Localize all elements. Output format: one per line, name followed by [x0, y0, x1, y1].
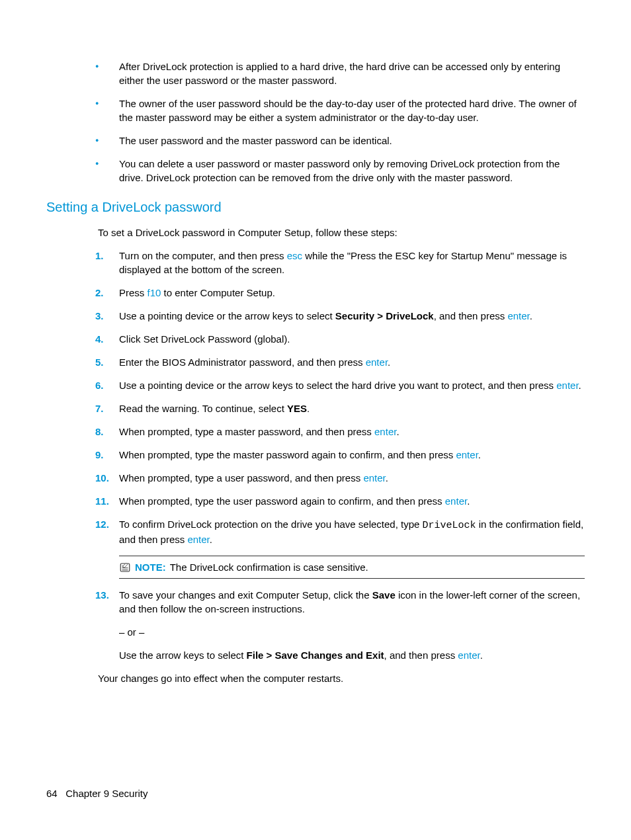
step-text: To save your changes and exit Computer S…: [119, 589, 372, 601]
step-item: When prompted, type a user password, and…: [95, 471, 585, 485]
step-item: When prompted, type the master password …: [95, 448, 585, 462]
step-text: Press: [119, 287, 147, 298]
step-text: .: [386, 472, 388, 483]
step-text: When prompted, type the user password ag…: [119, 495, 445, 507]
step-item: When prompted, type the user password ag…: [95, 494, 585, 508]
step-item: Use a pointing device or the arrow keys …: [95, 378, 585, 392]
mono-text: DriveLock: [423, 520, 476, 531]
step-text: Enter the BIOS Administrator password, a…: [119, 357, 366, 368]
key-enter: enter: [556, 380, 578, 391]
step-text: .: [579, 380, 581, 391]
step-item: Press f10 to enter Computer Setup.: [95, 286, 585, 300]
step-text: .: [210, 534, 212, 545]
page-number: 64: [46, 788, 58, 799]
step-text: , and then press: [384, 650, 458, 661]
key-enter: enter: [445, 495, 467, 507]
note-label: NOTE:: [135, 560, 166, 574]
step-item: To confirm DriveLock protection on the d…: [95, 517, 585, 579]
key-enter: enter: [187, 534, 209, 545]
bold-text: YES: [287, 403, 307, 414]
key-enter: enter: [366, 357, 388, 368]
key-esc: esc: [287, 250, 302, 261]
key-enter: enter: [456, 449, 478, 460]
step-text: Use the arrow keys to select: [119, 650, 247, 661]
key-f10: f10: [147, 287, 161, 298]
step-item: Enter the BIOS Administrator password, a…: [95, 355, 585, 369]
step-text: When prompted, type the master password …: [119, 449, 456, 460]
note-box: NOTE: The DriveLock confirmation is case…: [119, 556, 585, 579]
bullet-item: The user password and the master passwor…: [95, 134, 585, 147]
bold-text: File > Save Changes and Exit: [247, 650, 384, 661]
chapter-label: Chapter 9 Security: [65, 788, 147, 799]
section-heading: Setting a DriveLock password: [46, 198, 585, 216]
steps-list: Turn on the computer, and then press esc…: [46, 249, 585, 662]
step-text: When prompted, type a master password, a…: [119, 426, 374, 437]
step-item: Turn on the computer, and then press esc…: [95, 249, 585, 276]
step-item: To save your changes and exit Computer S…: [95, 588, 585, 662]
intro-paragraph: To set a DriveLock password in Computer …: [98, 226, 585, 239]
step-text: , and then press: [434, 310, 508, 321]
step-text: .: [467, 495, 470, 507]
step-text: Read the warning. To continue, select: [119, 403, 287, 414]
step-text: to enter Computer Setup.: [161, 287, 275, 298]
bullet-item: You can delete a user password or master…: [95, 157, 585, 185]
step-item: When prompted, type a master password, a…: [95, 425, 585, 439]
key-enter: enter: [374, 426, 396, 437]
step-text: .: [396, 426, 399, 437]
step-text: Use a pointing device or the arrow keys …: [119, 310, 335, 321]
key-enter: enter: [458, 650, 480, 661]
page-footer: 64 Chapter 9 Security: [46, 786, 147, 800]
bullet-item: After DriveLock protection is applied to…: [95, 60, 585, 87]
closing-paragraph: Your changes go into effect when the com…: [98, 671, 585, 685]
or-separator: – or –: [119, 625, 585, 639]
step-text: .: [478, 449, 481, 460]
key-enter: enter: [363, 472, 385, 483]
step-text: Turn on the computer, and then press: [119, 250, 287, 261]
intro-bullet-list: After DriveLock protection is applied to…: [46, 60, 585, 185]
step-text: .: [530, 310, 532, 321]
step-text: .: [480, 650, 483, 661]
step-item: Read the warning. To continue, select YE…: [95, 401, 585, 415]
step-text: .: [307, 403, 310, 414]
bold-text: Security > DriveLock: [335, 310, 434, 321]
step-text: Use a pointing device or the arrow keys …: [119, 380, 556, 391]
bold-text: Save: [372, 589, 396, 601]
step-text: When prompted, type a user password, and…: [119, 472, 363, 483]
note-text: The DriveLock confirmation is case sensi…: [170, 560, 368, 574]
note-icon: [119, 562, 131, 573]
step-text: To confirm DriveLock protection on the d…: [119, 519, 423, 530]
key-enter: enter: [507, 310, 529, 321]
step-item: Click Set DriveLock Password (global).: [95, 332, 585, 346]
step-item: Use a pointing device or the arrow keys …: [95, 309, 585, 323]
step-text: .: [388, 357, 390, 368]
bullet-item: The owner of the user password should be…: [95, 97, 585, 124]
